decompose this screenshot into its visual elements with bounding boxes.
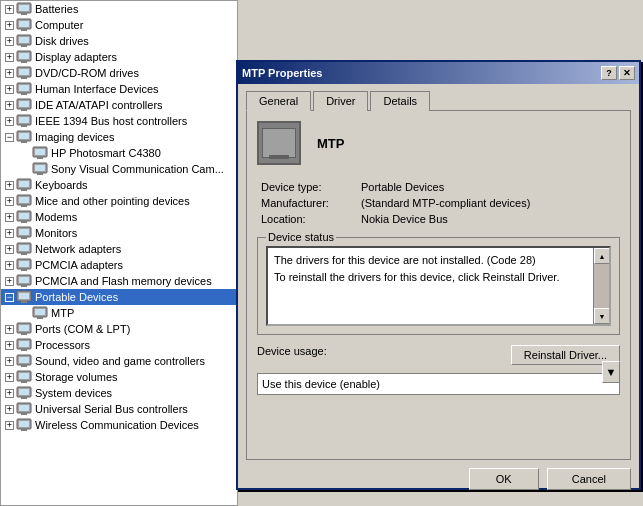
tree-item-dvd-cdrom[interactable]: DVD/CD-ROM drives bbox=[1, 65, 237, 81]
svg-rect-62 bbox=[21, 333, 27, 335]
tree-item-portable-devices[interactable]: Portable Devices bbox=[1, 289, 237, 305]
property-row-0: Device type:Portable Devices bbox=[257, 179, 620, 195]
tree-item-sony-visual[interactable]: Sony Visual Communication Cam... bbox=[1, 161, 237, 177]
tree-expander-network-adapters[interactable] bbox=[5, 245, 14, 254]
tree-label-mtp: MTP bbox=[51, 307, 74, 319]
property-value-0: Portable Devices bbox=[357, 179, 620, 195]
tree-item-ports[interactable]: Ports (COM & LPT) bbox=[1, 321, 237, 337]
tree-label-pcmcia-adapters: PCMCIA adapters bbox=[35, 259, 123, 271]
help-button[interactable]: ? bbox=[601, 66, 617, 80]
tree-expander-batteries[interactable] bbox=[5, 5, 14, 14]
ok-button[interactable]: OK bbox=[469, 468, 539, 490]
close-button[interactable]: ✕ bbox=[619, 66, 635, 80]
cancel-button[interactable]: Cancel bbox=[547, 468, 631, 490]
tree-label-computer: Computer bbox=[35, 19, 83, 31]
tree-expander-dvd-cdrom[interactable] bbox=[5, 69, 14, 78]
svg-rect-41 bbox=[21, 221, 27, 223]
property-label-0: Device type: bbox=[257, 179, 357, 195]
svg-rect-8 bbox=[21, 45, 27, 47]
tree-item-mtp[interactable]: MTP bbox=[1, 305, 237, 321]
svg-rect-7 bbox=[19, 37, 29, 43]
tree-icon-network-adapters bbox=[16, 241, 32, 257]
tree-item-hp-photosmart[interactable]: HP Photosmart C4380 bbox=[1, 145, 237, 161]
tree-item-ieee1394[interactable]: IEEE 1394 Bus host controllers bbox=[1, 113, 237, 129]
tree-expander-processors[interactable] bbox=[5, 341, 14, 350]
svg-rect-10 bbox=[19, 53, 29, 59]
usage-select[interactable]: Use this device (enable)Do not use this … bbox=[257, 373, 620, 395]
tree-expander-ports[interactable] bbox=[5, 325, 14, 334]
tree-expander-pcmcia-flash[interactable] bbox=[5, 277, 14, 286]
tree-item-batteries[interactable]: Batteries bbox=[1, 1, 237, 17]
svg-rect-22 bbox=[19, 117, 29, 123]
svg-rect-79 bbox=[19, 421, 29, 427]
property-label-2: Location: bbox=[257, 211, 357, 227]
tree-label-network-adapters: Network adapters bbox=[35, 243, 121, 255]
tree-item-display-adapters[interactable]: Display adapters bbox=[1, 49, 237, 65]
svg-rect-52 bbox=[19, 277, 29, 283]
tree-item-system-devices[interactable]: System devices bbox=[1, 385, 237, 401]
tab-general[interactable]: General bbox=[246, 91, 311, 111]
scroll-up-button[interactable]: ▲ bbox=[594, 248, 610, 264]
tree-item-wireless[interactable]: Wireless Communication Devices bbox=[1, 417, 237, 433]
svg-rect-31 bbox=[35, 165, 45, 171]
tree-label-disk-drives: Disk drives bbox=[35, 35, 89, 47]
device-tree[interactable]: Batteries Computer Disk drives Display a… bbox=[0, 0, 238, 506]
tree-item-sound-video[interactable]: Sound, video and game controllers bbox=[1, 353, 237, 369]
tree-expander-computer[interactable] bbox=[5, 21, 14, 30]
device-header: MTP bbox=[257, 121, 620, 165]
tree-expander-disk-drives[interactable] bbox=[5, 37, 14, 46]
tree-item-storage-volumes[interactable]: Storage volumes bbox=[1, 369, 237, 385]
tree-expander-storage-volumes[interactable] bbox=[5, 373, 14, 382]
tree-item-human-interface[interactable]: Human Interface Devices bbox=[1, 81, 237, 97]
scroll-track bbox=[594, 264, 609, 308]
tree-label-human-interface: Human Interface Devices bbox=[35, 83, 159, 95]
tree-expander-keyboards[interactable] bbox=[5, 181, 14, 190]
tree-expander-ide-ata[interactable] bbox=[5, 101, 14, 110]
device-status-group: Device status The drivers for this devic… bbox=[257, 237, 620, 335]
tree-expander-sound-video[interactable] bbox=[5, 357, 14, 366]
tab-driver[interactable]: Driver bbox=[313, 91, 368, 111]
svg-rect-19 bbox=[19, 101, 29, 107]
tree-item-disk-drives[interactable]: Disk drives bbox=[1, 33, 237, 49]
tree-expander-wireless[interactable] bbox=[5, 421, 14, 430]
tab-details[interactable]: Details bbox=[370, 91, 430, 111]
svg-rect-11 bbox=[21, 61, 27, 63]
tree-expander-ieee1394[interactable] bbox=[5, 117, 14, 126]
tree-item-network-adapters[interactable]: Network adapters bbox=[1, 241, 237, 257]
tree-label-sound-video: Sound, video and game controllers bbox=[35, 355, 205, 367]
tree-label-display-adapters: Display adapters bbox=[35, 51, 117, 63]
tree-item-usb-controllers[interactable]: Universal Serial Bus controllers bbox=[1, 401, 237, 417]
property-value-2: Nokia Device Bus bbox=[357, 211, 620, 227]
tree-item-monitors[interactable]: Monitors bbox=[1, 225, 237, 241]
tree-expander-portable-devices[interactable] bbox=[5, 293, 14, 302]
tree-item-pcmcia-adapters[interactable]: PCMCIA adapters bbox=[1, 257, 237, 273]
tree-icon-dvd-cdrom bbox=[16, 65, 32, 81]
status-group-label: Device status bbox=[266, 231, 336, 243]
tree-expander-display-adapters[interactable] bbox=[5, 53, 14, 62]
tree-item-keyboards[interactable]: Keyboards bbox=[1, 177, 237, 193]
usage-select-wrapper: Use this device (enable)Do not use this … bbox=[257, 361, 620, 395]
tree-expander-usb-controllers[interactable] bbox=[5, 405, 14, 414]
scroll-down-button[interactable]: ▼ bbox=[594, 308, 610, 324]
tree-item-ide-ata[interactable]: IDE ATA/ATAPI controllers bbox=[1, 97, 237, 113]
tree-item-pcmcia-flash[interactable]: PCMCIA and Flash memory devices bbox=[1, 273, 237, 289]
tree-item-imaging[interactable]: Imaging devices bbox=[1, 129, 237, 145]
tree-expander-imaging[interactable] bbox=[5, 133, 14, 142]
tree-expander-pcmcia-adapters[interactable] bbox=[5, 261, 14, 270]
tree-expander-human-interface[interactable] bbox=[5, 85, 14, 94]
tree-icon-sony-visual bbox=[32, 161, 48, 177]
tree-icon-human-interface bbox=[16, 81, 32, 97]
svg-rect-73 bbox=[19, 389, 29, 395]
tree-label-portable-devices: Portable Devices bbox=[35, 291, 118, 303]
tree-expander-system-devices[interactable] bbox=[5, 389, 14, 398]
tree-item-processors[interactable]: Processors bbox=[1, 337, 237, 353]
svg-rect-64 bbox=[19, 341, 29, 347]
tree-item-modems[interactable]: Modems bbox=[1, 209, 237, 225]
tree-expander-monitors[interactable] bbox=[5, 229, 14, 238]
svg-rect-80 bbox=[21, 429, 27, 431]
tree-expander-modems[interactable] bbox=[5, 213, 14, 222]
tree-item-mice[interactable]: Mice and other pointing devices bbox=[1, 193, 237, 209]
tree-item-computer[interactable]: Computer bbox=[1, 17, 237, 33]
tree-expander-mice[interactable] bbox=[5, 197, 14, 206]
properties-table: Device type:Portable DevicesManufacturer… bbox=[257, 179, 620, 227]
